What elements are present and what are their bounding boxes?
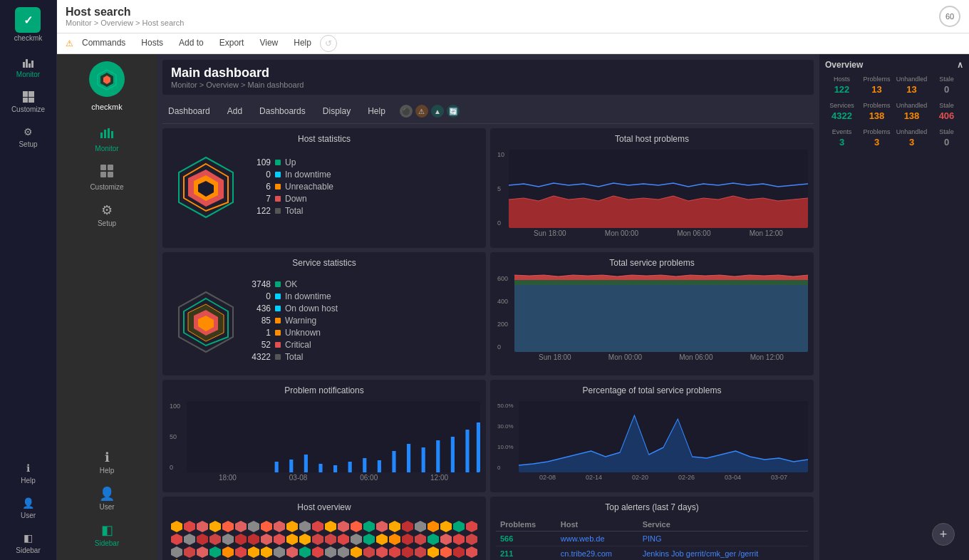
nav-hosts[interactable]: Hosts — [134, 33, 170, 53]
host-hex-cell[interactable] — [248, 534, 259, 545]
host-hex-cell[interactable] — [184, 534, 195, 545]
host-hex-cell[interactable] — [171, 521, 182, 532]
host-hex-cell[interactable] — [440, 534, 452, 545]
second-sidebar-sidebar-btn[interactable]: ◧ Sidebar — [57, 517, 157, 553]
checkmk-logo[interactable]: ✓ — [15, 7, 41, 33]
host-hex-cell[interactable] — [351, 546, 362, 558]
host-hex-cell[interactable] — [171, 546, 182, 558]
tab-dashboards[interactable]: Dashboards — [254, 103, 311, 119]
second-sidebar-help[interactable]: ℹ Help — [57, 444, 157, 480]
tab-display[interactable]: Display — [317, 103, 356, 119]
host-hex-cell[interactable] — [274, 534, 285, 545]
second-sidebar-user[interactable]: 👤 User — [57, 480, 157, 517]
host-name-2[interactable]: cn.tribe29.com — [556, 546, 638, 561]
host-hex-cell[interactable] — [261, 546, 272, 558]
refresh-timer[interactable]: 60 — [939, 6, 960, 27]
host-hex-cell[interactable] — [261, 534, 272, 545]
events-problems-val[interactable]: 3 — [860, 137, 893, 147]
host-hex-cell[interactable] — [415, 534, 426, 545]
host-hex-cell[interactable] — [402, 534, 413, 545]
sidebar-item-monitor[interactable]: Monitor — [0, 49, 56, 84]
dash-icon-warning[interactable]: ⚠ — [415, 105, 428, 118]
host-hex-cell[interactable] — [235, 534, 247, 545]
host-hex-cell[interactable] — [415, 546, 426, 558]
host-hex-cell[interactable] — [197, 534, 208, 545]
host-hex-cell[interactable] — [209, 521, 221, 532]
services-problems-val[interactable]: 138 — [860, 110, 893, 121]
host-hex-cell[interactable] — [222, 521, 234, 532]
host-hex-cell[interactable] — [235, 521, 247, 532]
host-hex-cell[interactable] — [428, 521, 439, 532]
host-hex-cell[interactable] — [248, 521, 259, 532]
host-hex-cell[interactable] — [428, 534, 439, 545]
nav-refresh-icon[interactable]: ↺ — [320, 35, 337, 52]
hosts-problems-val[interactable]: 13 — [860, 84, 893, 95]
host-hex-cell[interactable] — [286, 534, 298, 545]
second-sidebar-setup[interactable]: ⚙ Setup — [57, 197, 157, 233]
host-hex-cell[interactable] — [248, 546, 259, 558]
service-name-1[interactable]: PING — [638, 532, 808, 546]
host-hex-cell[interactable] — [209, 546, 221, 558]
host-hex-cell[interactable] — [312, 521, 323, 532]
host-hex-cell[interactable] — [376, 521, 388, 532]
host-hex-cell[interactable] — [402, 546, 413, 558]
dash-icon-sync[interactable]: 🔄 — [447, 105, 460, 118]
host-hex-cell[interactable] — [351, 521, 362, 532]
host-hex-cell[interactable] — [184, 521, 195, 532]
host-hex-cell[interactable] — [261, 521, 272, 532]
host-hex-cell[interactable] — [453, 534, 465, 545]
host-hex-cell[interactable] — [184, 546, 195, 558]
host-hex-cell[interactable] — [299, 534, 311, 545]
sidebar-item-sidebar[interactable]: ◧ Sidebar — [0, 525, 56, 560]
sidebar-item-customize[interactable]: Customize — [0, 84, 56, 119]
tab-dashboard[interactable]: Dashboard — [162, 103, 216, 119]
host-hex-cell[interactable] — [389, 534, 400, 545]
host-hex-cell[interactable] — [466, 546, 477, 558]
nav-add-to[interactable]: Add to — [172, 33, 211, 53]
host-hex-cell[interactable] — [440, 521, 452, 532]
nav-help[interactable]: Help — [286, 33, 318, 53]
host-hex-cell[interactable] — [274, 521, 285, 532]
host-hex-cell[interactable] — [222, 534, 234, 545]
host-hex-cell[interactable] — [222, 546, 234, 558]
dash-icon-up[interactable]: ▲ — [431, 105, 444, 118]
tab-add[interactable]: Add — [222, 103, 248, 119]
host-hex-cell[interactable] — [363, 546, 375, 558]
sidebar-item-setup[interactable]: ⚙ Setup — [0, 119, 56, 154]
host-hex-cell[interactable] — [376, 546, 388, 558]
nav-view[interactable]: View — [252, 33, 285, 53]
second-sidebar-monitor[interactable]: Monitor — [57, 120, 157, 158]
host-hex-cell[interactable] — [299, 521, 311, 532]
nav-commands[interactable]: Commands — [75, 33, 133, 53]
host-hex-cell[interactable] — [338, 521, 349, 532]
host-hex-cell[interactable] — [453, 521, 465, 532]
host-hex-cell[interactable] — [325, 534, 336, 545]
dash-icon-dark[interactable]: ⚫ — [400, 105, 413, 118]
second-sidebar-customize[interactable]: Customize — [57, 158, 157, 197]
host-hex-cell[interactable] — [338, 534, 349, 545]
host-hex-cell[interactable] — [402, 521, 413, 532]
host-hex-cell[interactable] — [312, 534, 323, 545]
host-hex-cell[interactable] — [325, 521, 336, 532]
services-total-val[interactable]: 4322 — [825, 110, 859, 121]
hosts-stale-val[interactable]: 0 — [930, 84, 963, 95]
host-hex-cell[interactable] — [363, 521, 375, 532]
host-hex-cell[interactable] — [209, 534, 221, 545]
host-hex-cell[interactable] — [299, 546, 311, 558]
sidebar-item-help[interactable]: ℹ Help — [0, 455, 56, 490]
host-hex-cell[interactable] — [453, 546, 465, 558]
host-hex-cell[interactable] — [389, 521, 400, 532]
services-stale-val[interactable]: 406 — [930, 110, 963, 121]
host-hex-cell[interactable] — [389, 546, 400, 558]
host-hex-cell[interactable] — [312, 546, 323, 558]
hosts-total-val[interactable]: 122 — [825, 84, 859, 95]
host-hex-cell[interactable] — [286, 521, 298, 532]
events-total-val[interactable]: 3 — [825, 137, 859, 147]
host-hex-cell[interactable] — [197, 546, 208, 558]
host-hex-cell[interactable] — [440, 546, 452, 558]
sidebar-item-user[interactable]: 👤 User — [0, 490, 56, 525]
add-dashboard-button[interactable]: + — [932, 523, 955, 546]
services-unhandled-val[interactable]: 138 — [895, 110, 928, 121]
host-hex-cell[interactable] — [197, 521, 208, 532]
host-hex-cell[interactable] — [376, 534, 388, 545]
